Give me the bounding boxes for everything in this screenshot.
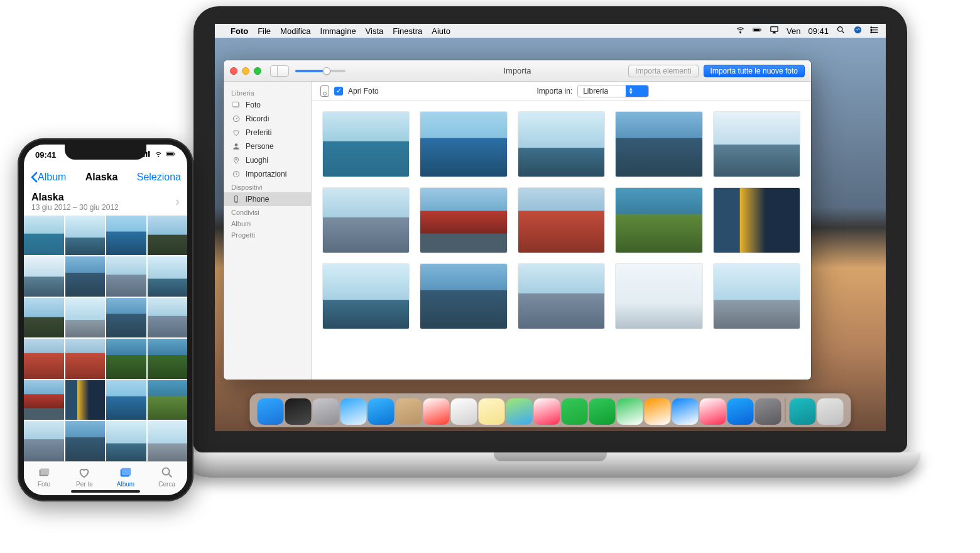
iphone-photo-thumbnail[interactable] (65, 421, 106, 461)
import-thumbnail[interactable] (616, 188, 702, 253)
sidebar-item-people[interactable]: Persone (224, 140, 311, 153)
iphone-back-button[interactable]: Album (30, 172, 66, 183)
dock-app-itunes[interactable] (700, 398, 726, 425)
dock-app-launchpad[interactable] (313, 398, 339, 425)
notification-center-icon[interactable] (870, 25, 879, 36)
iphone-album-header[interactable]: Alaska 13 giu 2012 – 30 giu 2012 › (24, 189, 187, 216)
iphone-photo-thumbnail[interactable] (148, 298, 188, 338)
home-indicator[interactable] (71, 490, 140, 493)
iphone-photo-thumbnail[interactable] (106, 256, 146, 297)
dock-app-facetime[interactable] (589, 398, 616, 425)
iphone-photo-thumbnail[interactable] (24, 256, 64, 297)
open-photos-checkbox[interactable]: ✓ (334, 87, 343, 96)
menu-view[interactable]: Vista (366, 26, 384, 36)
dock-app-finder[interactable] (258, 398, 284, 425)
iphone-photo-thumbnail[interactable] (24, 339, 64, 379)
dock-app-appstore[interactable] (727, 398, 754, 425)
airplay-icon[interactable] (770, 25, 779, 36)
wifi-icon[interactable] (736, 25, 745, 36)
iphone-photo-thumbnail[interactable] (148, 421, 188, 461)
window-zoom-button[interactable] (254, 67, 261, 75)
tab-albums[interactable]: Album (117, 466, 134, 488)
dock-app-reminders[interactable] (451, 398, 477, 425)
sidebar-section-shared[interactable]: Condivisi (224, 206, 311, 217)
sidebar-item-memories[interactable]: Ricordi (224, 112, 311, 126)
import-thumbnail[interactable] (420, 188, 506, 253)
sidebar-toggle-button[interactable] (270, 65, 289, 77)
iphone-photo-thumbnail[interactable] (106, 421, 146, 461)
iphone-photo-thumbnail[interactable] (148, 256, 188, 297)
import-thumbnail[interactable] (518, 112, 604, 177)
dock-app-preferences[interactable] (755, 398, 781, 425)
iphone-photo-thumbnail[interactable] (24, 380, 64, 420)
dock-app-siri[interactable] (285, 398, 312, 425)
iphone-photo-thumbnail[interactable] (106, 339, 146, 379)
dock-app-trash[interactable] (817, 398, 844, 425)
dock-app-messages[interactable] (562, 398, 588, 425)
iphone-photo-thumbnail[interactable] (65, 216, 106, 256)
iphone-photo-thumbnail[interactable] (24, 216, 64, 256)
import-thumbnail[interactable] (714, 112, 800, 177)
iphone-photo-thumbnail[interactable] (65, 256, 106, 297)
menubar-time[interactable]: 09:41 (808, 26, 829, 36)
window-minimize-button[interactable] (242, 67, 249, 75)
sidebar-item-favorites[interactable]: Preferiti (224, 126, 311, 140)
sidebar-section-projects[interactable]: Progetti (224, 229, 311, 240)
iphone-photo-thumbnail[interactable] (65, 339, 106, 379)
menubar-day[interactable]: Ven (787, 26, 800, 36)
dock-app-calendar[interactable] (423, 398, 450, 425)
tab-search[interactable]: Cerca (158, 466, 175, 488)
dock-app-safari[interactable] (340, 398, 367, 425)
iphone-photo-thumbnail[interactable] (65, 298, 106, 338)
sidebar-section-albums[interactable]: Album (224, 217, 311, 229)
menu-window[interactable]: Finestra (393, 26, 422, 36)
dock-app-photos[interactable] (534, 398, 560, 425)
thumbnail-zoom-slider[interactable] (295, 70, 346, 72)
iphone-photo-thumbnail[interactable] (65, 380, 106, 420)
iphone-photo-thumbnail[interactable] (24, 298, 64, 338)
tab-for-you[interactable]: Per te (76, 466, 93, 488)
import-selected-button[interactable]: Importa elementi (628, 65, 698, 77)
dock-app-keynote[interactable] (672, 398, 699, 425)
iphone-photo-thumbnail[interactable] (106, 216, 146, 256)
dock-app-contacts[interactable] (396, 398, 422, 425)
import-thumbnail[interactable] (323, 264, 409, 329)
sidebar-item-photos[interactable]: Foto (224, 98, 311, 112)
sidebar-item-iphone[interactable]: iPhone (224, 192, 311, 206)
iphone-photo-thumbnail[interactable] (106, 380, 146, 420)
dock-app-numbers[interactable] (617, 398, 643, 425)
import-all-new-button[interactable]: Importa tutte le nuove foto (704, 65, 805, 77)
iphone-photo-thumbnail[interactable] (106, 298, 146, 338)
import-thumbnail[interactable] (420, 264, 506, 329)
import-thumbnail[interactable] (323, 112, 409, 177)
import-thumbnail[interactable] (714, 264, 800, 329)
iphone-photo-thumbnail[interactable] (148, 380, 188, 420)
iphone-photo-thumbnail[interactable] (24, 421, 64, 461)
dock-app-mail[interactable] (368, 398, 395, 425)
iphone-photo-thumbnail[interactable] (148, 339, 188, 379)
dock-app-downloads[interactable] (790, 398, 816, 425)
menu-image[interactable]: Immagine (320, 26, 356, 36)
import-thumbnail[interactable] (420, 112, 506, 177)
siri-icon[interactable] (853, 25, 863, 36)
battery-icon[interactable] (753, 25, 762, 36)
spotlight-icon[interactable] (836, 25, 846, 36)
import-thumbnail[interactable] (616, 112, 702, 177)
tab-photos[interactable]: Foto (36, 466, 52, 488)
import-thumbnail[interactable] (518, 264, 604, 329)
sidebar-item-imports[interactable]: Importazioni (224, 167, 311, 181)
import-thumbnail[interactable] (518, 188, 604, 253)
iphone-photo-thumbnail[interactable] (148, 216, 188, 256)
import-thumbnail[interactable] (714, 188, 800, 253)
iphone-select-button[interactable]: Seleziona (137, 172, 181, 183)
menu-file[interactable]: File (258, 26, 271, 36)
window-close-button[interactable] (230, 67, 237, 75)
import-thumbnail[interactable] (616, 264, 702, 329)
menu-edit[interactable]: Modifica (280, 26, 310, 36)
import-thumbnail[interactable] (323, 188, 409, 253)
dock-app-notes[interactable] (479, 398, 505, 425)
dock-app-maps[interactable] (506, 398, 533, 425)
menu-help[interactable]: Aiuto (432, 26, 450, 36)
sidebar-item-places[interactable]: Luoghi (224, 153, 311, 167)
menubar-app-name[interactable]: Foto (231, 26, 248, 36)
